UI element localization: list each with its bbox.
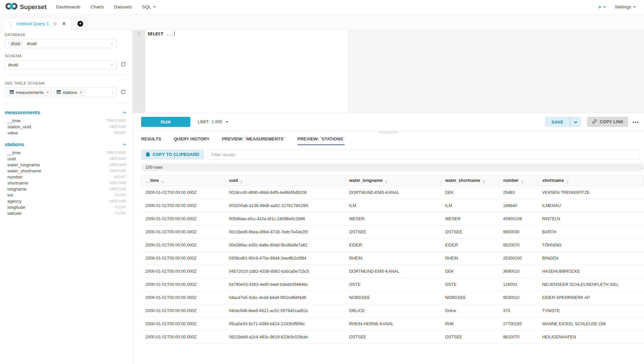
column-row: shortname VARCHAR [5, 180, 127, 186]
column-row: __time TIMESTAMP [5, 118, 127, 124]
database-select[interactable]: druid druid ∨ [5, 39, 117, 48]
tab-untitled-query-1[interactable]: ⋮ Untitled Query 1 ✕ [3, 18, 71, 30]
database-type-tag: druid [8, 41, 23, 47]
table-row: 2000-01-01T00:00:00.000Z 00e386ac-e35c-4… [141, 239, 644, 252]
table-row: 2000-01-01T00:00:00.000Z 05ca0e33-5c71-4… [141, 318, 644, 331]
tab-results[interactable]: RESULTS [141, 136, 161, 145]
schema-section-stations: stations __time TIMESTAMP uuid VARCHAR [5, 141, 127, 216]
table-row: 2000-01-01T00:00:00.000Z 0024cc40-d690-4… [141, 186, 644, 199]
column-row: longname VARCHAR [5, 186, 127, 192]
sort-icon [521, 180, 524, 184]
query-tab-strip: ⋮ Untitled Query 1 ✕ + [0, 14, 644, 30]
chevron-up-icon [123, 141, 126, 147]
filter-results-input[interactable] [207, 150, 639, 160]
divider [5, 75, 127, 75]
schema-select[interactable]: druid ∨ [5, 60, 117, 69]
column-header-uuid[interactable]: uuid [225, 176, 345, 186]
result-tabs: RESULTS QUERY HISTORY PREVIEW: `MEASUREM… [133, 134, 644, 145]
nav-sql-menu[interactable]: SQL [142, 4, 156, 9]
column-row: uuid VARCHAR [5, 156, 127, 162]
column-header-shortname[interactable]: shortname [538, 176, 644, 186]
table-chip-stations[interactable]: stations ✕ [54, 89, 85, 96]
sort-icon [161, 180, 164, 184]
column-row: longitude FLOAT [5, 204, 127, 210]
editor-toolbar: RUN LIMIT: 1 000 SAVE COPY LINK [133, 113, 644, 131]
sqllab-sidebar: DATABASE druid druid ∨ SCHEMA druid ∨ SE… [0, 30, 133, 364]
refresh-tables-button[interactable] [120, 89, 127, 96]
query-status-dot [53, 22, 57, 26]
results-table: __time uuid water_longname water_shortna… [141, 175, 644, 344]
pane-resize-handle[interactable] [133, 131, 644, 134]
row-count-badge: 100 rows [141, 164, 644, 171]
schema-section-measurements: measurements __time TIMESTAMP station_uu… [5, 109, 127, 136]
table-select[interactable]: measurements ✕ stations ✕ ∨ [5, 88, 117, 97]
table-body: 2000-01-01T00:00:00.000Z 0024cc40-d690-4… [141, 186, 644, 344]
column-header-water-shortname[interactable]: water_shortname [441, 176, 499, 186]
sort-icon [385, 180, 388, 184]
collapse-measurements[interactable]: measurements [5, 109, 127, 115]
results-toolbar: COPY TO CLIPBOARD [141, 150, 639, 160]
column-header-water-longname[interactable]: water_longname [345, 176, 441, 186]
table-chip-measurements[interactable]: measurements ✕ [7, 89, 52, 96]
more-actions-button[interactable]: ••• [633, 120, 639, 125]
column-header-time[interactable]: __time [141, 176, 225, 186]
tab-query-history[interactable]: QUERY HISTORY [174, 136, 210, 145]
editor-gutter: 1 [133, 30, 145, 113]
tab-preview-stations[interactable]: PREVIEW: `STATIONS` [297, 136, 345, 145]
refresh-schemas-button[interactable] [120, 61, 127, 69]
table-row: 2000-01-01T00:00:00.000Z 0309cd61-90c9-4… [141, 252, 644, 265]
close-tab-icon[interactable]: ✕ [62, 21, 66, 26]
sort-icon [566, 180, 569, 184]
copy-link-button[interactable]: COPY LINK [587, 117, 629, 127]
chevron-down-icon: ∨ [111, 90, 114, 95]
table-row: 2000-01-01T00:00:00.000Z 06219dd9-a2c4-4… [141, 331, 644, 344]
add-query-tab-button[interactable]: + [73, 17, 87, 30]
tab-title: Untitled Query 1 [16, 21, 49, 26]
new-item-menu[interactable]: + [598, 4, 606, 10]
limit-dropdown[interactable]: LIMIT: 1 000 [198, 120, 228, 124]
collapse-stations[interactable]: stations [5, 141, 127, 147]
column-header-number[interactable]: number [499, 176, 538, 186]
sql-code-area[interactable]: SELECT ... [145, 30, 644, 113]
sql-keyword: SELECT [148, 31, 163, 36]
table-header-row: __time uuid water_longname water_shortna… [141, 176, 644, 186]
tab-preview-measurements[interactable]: PREVIEW: `MEASUREMENTS` [222, 136, 285, 145]
remove-chip-icon[interactable]: ✕ [46, 90, 49, 95]
nav-charts[interactable]: Charts [91, 4, 104, 9]
chevron-down-icon: ∨ [110, 41, 113, 46]
see-table-schema-label: SEE TABLE SCHEMA [5, 81, 127, 85]
column-row: water_shortname VARCHAR [5, 168, 127, 174]
column-list: __time TIMESTAMP uuid VARCHAR water_long… [5, 150, 127, 216]
column-row: value BIGINT [5, 130, 127, 136]
table-icon [10, 90, 14, 95]
tab-drag-handle-icon[interactable]: ⋮ [8, 21, 13, 27]
table-row: 2000-01-01T00:00:00.000Z 04790e03-4353-4… [141, 278, 644, 291]
column-row: station_uuid VARCHAR [5, 124, 127, 130]
column-row: water_longname VARCHAR [5, 162, 127, 168]
column-row: __time TIMESTAMP [5, 150, 127, 156]
clipboard-icon [146, 152, 150, 158]
save-options-button[interactable] [570, 117, 581, 127]
chevron-down-icon [226, 121, 228, 123]
schema-label: SCHEMA [5, 54, 127, 58]
nav-datasets[interactable]: Datasets [114, 4, 132, 9]
chevron-down-icon [153, 6, 156, 8]
sql-editor: 1 SELECT ... [133, 30, 644, 113]
copy-to-clipboard-button[interactable]: COPY TO CLIPBOARD [141, 150, 204, 160]
nav-dashboards[interactable]: Dashboards [56, 4, 80, 9]
save-button[interactable]: SAVE [545, 117, 570, 127]
column-row: km FLOAT [5, 192, 127, 198]
text-cursor [174, 32, 175, 36]
settings-menu[interactable]: Settings [615, 4, 636, 9]
remove-chip-icon[interactable]: ✕ [79, 90, 83, 95]
table-row: 2000-01-01T00:00:00.000Z 04cbc946-8ee9-4… [141, 304, 644, 318]
run-button[interactable]: RUN [141, 117, 190, 127]
column-row: number BIGINT [5, 174, 127, 180]
chevron-down-icon [574, 120, 578, 125]
refresh-icon [121, 89, 126, 96]
superset-logo[interactable]: Superset [5, 2, 46, 12]
table-icon [57, 90, 61, 95]
table-row: 2000-01-01T00:00:00.000Z 005dfdae-efcc-4… [141, 212, 644, 226]
plus-circle-icon: + [77, 21, 83, 27]
refresh-icon [121, 62, 126, 68]
